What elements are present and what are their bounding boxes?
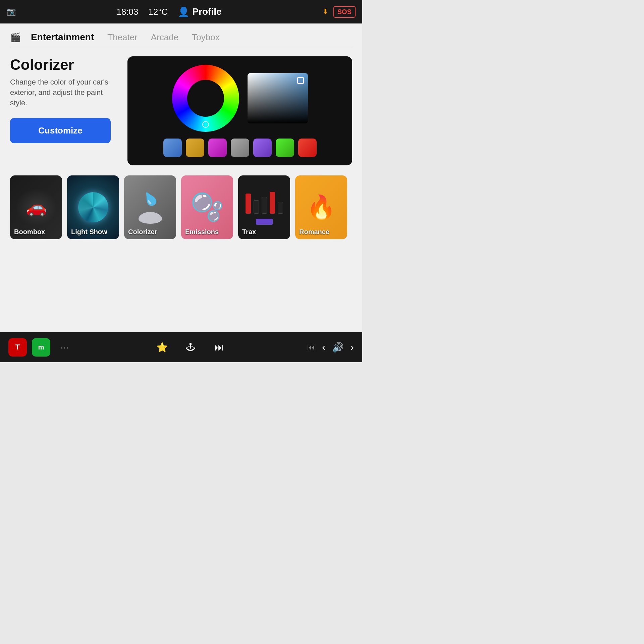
- trophy-icon[interactable]: ⭐: [153, 338, 171, 357]
- nav-arrow-right[interactable]: ›: [351, 341, 354, 353]
- emissions-label: Emissions: [185, 228, 219, 236]
- tab-theater[interactable]: Theater: [102, 31, 143, 44]
- left-panel: Colorizer Change the color of your car's…: [10, 56, 117, 165]
- entertainment-icon: 🎬: [10, 32, 21, 43]
- swatch-green[interactable]: [276, 139, 294, 157]
- status-center: 18:03 12°C 👤 Profile: [116, 6, 221, 17]
- color-wheel-inner: [187, 80, 224, 117]
- content-area: Colorizer Change the color of your car's…: [10, 56, 352, 165]
- volume-icon[interactable]: 🔊: [332, 342, 344, 353]
- trax-accent-bar: [256, 219, 273, 225]
- taskbar-center: ⭐ 🕹 ⏭: [153, 338, 228, 357]
- tesla-logo[interactable]: T: [8, 338, 27, 357]
- camera-icon: 📷: [7, 7, 16, 16]
- trax-slider-2: [254, 200, 259, 214]
- status-right: ⬇ SOS: [322, 6, 356, 18]
- tab-entertainment[interactable]: Entertainment: [26, 30, 99, 44]
- nav-arrow-left[interactable]: ‹: [322, 341, 325, 353]
- temperature-display: 12°C: [148, 7, 168, 17]
- color-wheel[interactable]: [172, 65, 239, 132]
- main-content: 🎬 Entertainment Theater Arcade Toybox Co…: [0, 23, 362, 332]
- boombox-label: Boombox: [14, 228, 45, 236]
- color-picker-panel: [127, 56, 352, 165]
- trax-slider-3: [262, 197, 267, 214]
- apps-grid: 🚗 Boombox Light Show 💧 Colorizer 🫧 Emiss…: [10, 175, 352, 243]
- lightshow-label: Light Show: [71, 228, 107, 236]
- swatch-gold[interactable]: [186, 139, 204, 157]
- swatch-violet[interactable]: [253, 139, 272, 157]
- download-icon: ⬇: [322, 7, 328, 16]
- tab-arcade[interactable]: Arcade: [146, 31, 183, 44]
- trax-slider-1: [246, 194, 251, 214]
- eyedropper-icon: 💧: [139, 188, 161, 210]
- profile-icon: 👤: [178, 6, 190, 17]
- nav-tabs: 🎬 Entertainment Theater Arcade Toybox: [10, 30, 352, 48]
- status-bar: 📷 18:03 12°C 👤 Profile ⬇ SOS: [0, 0, 362, 23]
- profile-section[interactable]: 👤 Profile: [178, 6, 221, 17]
- trax-sliders: [246, 190, 283, 214]
- trax-label: Trax: [242, 228, 256, 236]
- swatch-blue[interactable]: [163, 139, 182, 157]
- time-display: 18:03: [116, 7, 138, 17]
- swatch-purple[interactable]: [208, 139, 227, 157]
- profile-label: Profile: [192, 6, 221, 17]
- app-card-boombox[interactable]: 🚗 Boombox: [10, 175, 62, 239]
- colorizer-blob: [139, 212, 162, 224]
- color-picker-top: [136, 65, 344, 132]
- app-card-emissions[interactable]: 🫧 Emissions: [181, 175, 233, 239]
- joystick-icon[interactable]: 🕹: [181, 338, 200, 357]
- colorizer-card-label: Colorizer: [128, 228, 157, 236]
- app-card-romance[interactable]: 🔥 Romance: [295, 175, 347, 239]
- sos-button[interactable]: SOS: [333, 6, 356, 18]
- customize-button[interactable]: Customize: [10, 118, 111, 143]
- more-button[interactable]: ···: [55, 338, 74, 357]
- app-card-lightshow[interactable]: Light Show: [67, 175, 119, 239]
- romance-label: Romance: [299, 228, 329, 236]
- mobilox-icon[interactable]: m: [32, 338, 50, 357]
- disco-ball-icon: [78, 192, 108, 222]
- media-icon[interactable]: ⏭: [210, 338, 228, 357]
- car-visual: 🚗: [15, 188, 57, 226]
- color-saturation-box[interactable]: [248, 73, 308, 123]
- taskbar-left: T m ···: [8, 338, 74, 357]
- swatch-gray[interactable]: [231, 139, 249, 157]
- emissions-icon: 🫧: [191, 192, 224, 223]
- color-swatches: [163, 139, 317, 157]
- swatch-red[interactable]: [298, 139, 317, 157]
- trax-slider-5: [278, 202, 283, 214]
- taskbar: T m ··· ⭐ 🕹 ⏭ ⏮ ‹ 🔊 ›: [0, 332, 362, 362]
- colorizer-title: Colorizer: [10, 56, 117, 73]
- colorizer-description: Change the color of your car's exterior,…: [10, 77, 117, 108]
- color-wheel-handle[interactable]: [202, 121, 209, 128]
- trax-slider-4: [270, 192, 275, 214]
- saturation-handle[interactable]: [297, 77, 304, 84]
- taskbar-right: ⏮ ‹ 🔊 ›: [307, 341, 354, 353]
- status-left: 📷: [7, 7, 16, 16]
- tab-toybox[interactable]: Toybox: [187, 31, 224, 44]
- app-card-colorizer[interactable]: 💧 Colorizer: [124, 175, 176, 239]
- app-card-trax[interactable]: Trax: [238, 175, 290, 239]
- color-wheel-container[interactable]: [172, 65, 239, 132]
- play-prev-button[interactable]: ⏮: [307, 342, 315, 352]
